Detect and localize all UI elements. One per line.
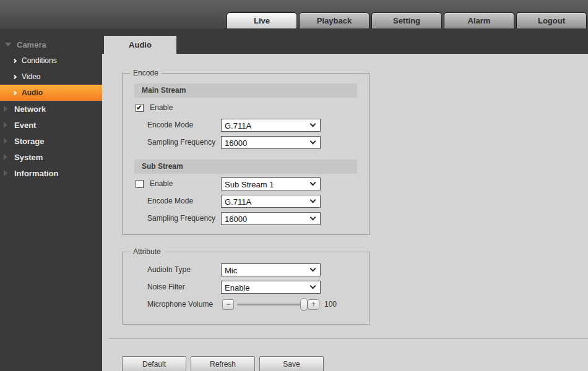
tab-setting[interactable]: Setting [371, 12, 442, 28]
tab-logout[interactable]: Logout [516, 12, 587, 28]
sub-sampling-frequency-row: Sampling Frequency 16000 [123, 210, 369, 227]
save-button[interactable]: Save [259, 356, 324, 371]
microphone-volume-label: Microphone Volume [147, 300, 221, 309]
volume-slider-track[interactable] [237, 304, 304, 305]
tab-alarm[interactable]: Alarm [444, 12, 514, 28]
sidebar-item-label: Information [14, 169, 59, 178]
chevron-right-icon [12, 58, 17, 62]
sidebar-item-network[interactable]: Network [0, 101, 102, 117]
main-encode-mode-select[interactable]: G.711A [221, 119, 321, 132]
main-stream-title: Main Stream [142, 86, 186, 95]
content-area: Encode Main Stream Enable Encode Mode G.… [102, 54, 588, 371]
sidebar-item-label: Audio [22, 88, 43, 97]
sidebar-item-label: Network [14, 104, 46, 114]
select-value: G.711A [222, 119, 320, 132]
select-value: G.711A [222, 195, 320, 208]
triangle-right-icon [4, 154, 7, 160]
volume-increase-button[interactable]: + [308, 299, 319, 310]
tab-playback[interactable]: Playback [299, 12, 370, 28]
sidebar-item-label: Camera [17, 40, 46, 49]
select-value: 16000 [222, 213, 320, 225]
sub-encode-mode-row: Encode Mode G.711A [123, 192, 369, 210]
body-row: Camera Conditions Video Audio Network Ev… [0, 28, 588, 371]
sub-stream-enable-checkbox[interactable] [136, 180, 144, 188]
audioin-type-row: AudioIn Type Mic [123, 261, 369, 278]
refresh-button[interactable]: Refresh [191, 356, 255, 371]
page-tab-bar: Audio [102, 28, 588, 54]
triangle-down-icon [5, 43, 11, 46]
audioin-type-label: AudioIn Type [147, 265, 221, 274]
encode-mode-label: Encode Mode [147, 197, 221, 205]
sidebar-nav: Camera Conditions Video Audio Network Ev… [0, 28, 102, 371]
sidebar-item-label: System [14, 153, 43, 162]
sidebar-item-label: Video [22, 72, 40, 81]
main-stream-enable-row: Enable [123, 99, 369, 116]
sub-stream-title: Sub Stream [142, 162, 183, 171]
sub-encode-mode-select[interactable]: G.711A [221, 195, 321, 208]
tab-audio-page[interactable]: Audio [104, 36, 176, 54]
sidebar-item-label: Event [14, 121, 36, 130]
action-button-row: Default Refresh Save [122, 356, 588, 371]
triangle-right-icon [4, 122, 7, 128]
main-encode-mode-row: Encode Mode G.711A [123, 116, 369, 134]
main-sampling-frequency-select[interactable]: 16000 [221, 136, 321, 149]
sidebar-item-storage[interactable]: Storage [0, 133, 102, 149]
main-stream-header: Main Stream [134, 83, 357, 98]
sidebar-item-audio[interactable]: Audio [0, 85, 102, 101]
sidebar-item-conditions[interactable]: Conditions [0, 53, 102, 69]
select-value: 16000 [222, 137, 320, 149]
top-header: Live Playback Setting Alarm Logout [0, 0, 588, 28]
enable-label: Enable [150, 103, 219, 112]
tab-live[interactable]: Live [227, 12, 297, 28]
default-button[interactable]: Default [122, 356, 186, 371]
triangle-right-icon [4, 138, 7, 144]
sidebar-item-camera[interactable]: Camera [0, 36, 102, 53]
sub-sampling-frequency-select[interactable]: 16000 [221, 212, 321, 225]
sidebar-item-video[interactable]: Video [0, 69, 102, 85]
sub-stream-header: Sub Stream [134, 160, 357, 174]
noise-filter-label: Noise Filter [147, 283, 221, 291]
sidebar-item-system[interactable]: System [0, 149, 102, 165]
sidebar-item-label: Storage [14, 137, 44, 146]
microphone-volume-row: Microphone Volume − + 100 [123, 296, 369, 313]
chevron-right-icon [12, 90, 17, 95]
divider [108, 338, 588, 339]
header-tab-bar: Live Playback Setting Alarm Logout [225, 12, 587, 28]
triangle-right-icon [4, 170, 7, 176]
sub-stream-select[interactable]: Sub Stream 1 [221, 177, 321, 190]
sidebar-item-label: Conditions [22, 56, 57, 65]
app-window: Live Playback Setting Alarm Logout Camer… [0, 0, 588, 371]
sidebar-item-information[interactable]: Information [0, 165, 102, 181]
encode-legend: Encode [130, 69, 162, 77]
attribute-legend: Attribute [130, 247, 164, 256]
main-panel: Audio Encode Main Stream Enable Encode M… [102, 28, 588, 371]
main-sampling-frequency-row: Sampling Frequency 16000 [123, 134, 369, 151]
sampling-frequency-label: Sampling Frequency [147, 138, 221, 147]
sub-stream-enable-row: Enable Sub Stream 1 [123, 175, 369, 192]
volume-slider-handle[interactable] [300, 298, 308, 311]
select-value: Mic [222, 264, 320, 276]
sampling-frequency-label: Sampling Frequency [147, 214, 221, 223]
attribute-group: Attribute AudioIn Type Mic Noise Filter … [122, 247, 370, 325]
sidebar-item-event[interactable]: Event [0, 117, 102, 133]
audioin-type-select[interactable]: Mic [221, 263, 321, 276]
noise-filter-row: Noise Filter Enable [123, 278, 369, 296]
noise-filter-select[interactable]: Enable [221, 281, 321, 294]
enable-label: Enable [150, 179, 221, 188]
main-stream-enable-checkbox[interactable] [136, 104, 144, 112]
triangle-right-icon [4, 106, 7, 112]
encode-mode-label: Encode Mode [147, 121, 221, 129]
volume-decrease-button[interactable]: − [222, 299, 234, 310]
encode-group: Encode Main Stream Enable Encode Mode G.… [122, 69, 370, 235]
volume-value: 100 [324, 300, 337, 309]
select-value: Sub Stream 1 [222, 178, 320, 190]
select-value: Enable [222, 281, 320, 294]
chevron-right-icon [12, 74, 17, 79]
